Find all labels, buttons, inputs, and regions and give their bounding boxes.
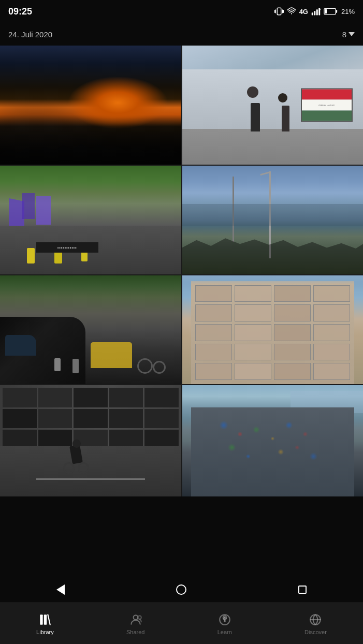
vibrate-icon [274,7,284,16]
nav-learn[interactable]: Learn [207,608,242,639]
shared-icon [128,612,143,627]
photo-8[interactable] [182,385,364,496]
svg-point-16 [133,615,138,620]
photo-count: 8 [342,30,346,39]
svg-rect-0 [277,8,281,15]
back-icon [56,584,65,595]
back-button[interactable] [54,583,67,596]
discover-icon [308,612,323,627]
battery-percentage: 21% [341,8,355,16]
battery-icon [324,7,338,16]
photo-5[interactable] [0,275,181,384]
svg-rect-7 [314,11,315,15]
photo-grid: ORBÁN HAZUG! [0,46,363,496]
svg-rect-12 [336,10,337,13]
status-icons: 4G 21% [274,7,355,16]
svg-rect-8 [316,9,318,15]
library-icon [38,612,52,627]
system-nav-bar [0,577,363,603]
wifi-icon [287,7,296,16]
learn-icon [217,612,232,627]
status-time: 09:25 [8,6,32,17]
signal-icon [311,7,321,16]
photo-6[interactable] [182,275,364,384]
chevron-down-icon [349,32,355,36]
svg-rect-14 [40,614,42,625]
nav-discover-label: Discover [304,629,327,635]
photo-2[interactable]: ORBÁN HAZUG! [182,46,364,165]
network-indicator: 4G [299,8,308,16]
home-button[interactable] [175,583,187,596]
recents-button[interactable] [296,583,309,596]
svg-rect-6 [312,12,313,15]
photo-4[interactable] [182,166,364,274]
photo-1[interactable] [0,46,181,165]
date-label: 24. Juli 2020 [8,30,52,39]
status-bar: 09:25 4G [0,0,363,23]
date-header: 24. Juli 2020 8 [0,23,363,46]
svg-rect-13 [325,9,327,13]
svg-point-5 [291,13,292,14]
svg-rect-15 [44,614,47,625]
photo-7[interactable] [0,385,181,496]
nav-library[interactable]: Library [26,608,64,639]
nav-library-label: Library [36,629,54,635]
nav-learn-label: Learn [217,629,232,635]
photo-3[interactable]: ■■■■■■■■■■■ [0,166,181,274]
recents-icon [298,586,307,594]
count-badge[interactable]: 8 [342,30,355,39]
nav-discover[interactable]: Discover [294,608,337,639]
photo-grid-wrapper: ORBÁN HAZUG! [0,46,363,496]
svg-point-17 [138,616,141,619]
bottom-nav: Library Shared [0,603,363,644]
home-icon [176,584,186,595]
nav-shared-label: Shared [126,629,144,635]
nav-shared[interactable]: Shared [116,608,155,639]
